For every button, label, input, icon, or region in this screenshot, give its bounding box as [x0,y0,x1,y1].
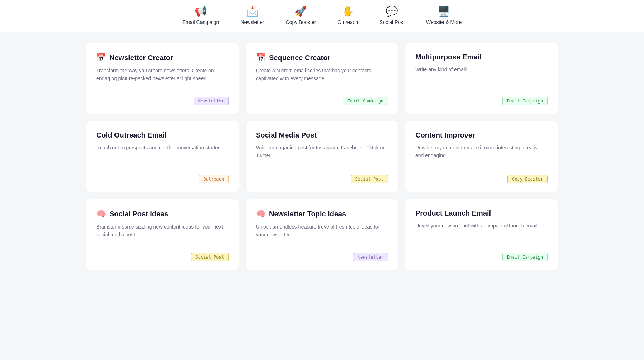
card-content-improver[interactable]: Content Improver Rewrite any content to … [405,121,558,192]
card-icon-social-post-ideas: 🧠 [96,209,106,219]
copy-booster-icon: 🚀 [294,6,307,16]
card-badge-content-improver: Copy Booster [507,175,548,183]
card-multipurpose-email[interactable]: Multipurpose Email Write any kind of ema… [405,43,558,114]
card-newsletter-creator[interactable]: 📅 Newsletter Creator Transform the way y… [86,43,239,114]
newsletter-icon: 📩 [246,6,259,16]
nav-item-website-more[interactable]: 🖥️ Website & More [426,6,462,25]
nav-label-newsletter: Newsletter [240,19,264,25]
card-title-social-media-post: Social Media Post [256,131,388,139]
card-header-newsletter-topic-ideas: 🧠 Newsletter Topic Ideas [256,209,388,219]
main-content: 📅 Newsletter Creator Transform the way y… [72,32,572,281]
card-badge-multipurpose-email: Email Campaign [502,97,548,105]
email-campaign-icon: 📢 [195,6,207,16]
nav-bar: 📢 Email Campaign 📩 Newsletter 🚀 Copy Boo… [0,0,644,32]
card-title-newsletter-creator: Newsletter Creator [109,54,173,62]
card-badge-product-launch-email: Email Campaign [502,253,548,261]
card-footer-social-post-ideas: Social Post [96,253,229,261]
card-icon-sequence-creator: 📅 [256,53,265,62]
card-badge-sequence-creator: Email Campaign [343,97,388,105]
card-footer-product-launch-email: Email Campaign [415,253,548,261]
card-sequence-creator[interactable]: 📅 Sequence Creator Create a custom email… [245,43,399,114]
card-title-multipurpose-email: Multipurpose Email [415,53,548,61]
card-description-multipurpose-email: Write any kind of email! [415,66,548,73]
card-header-social-post-ideas: 🧠 Social Post Ideas [96,209,229,219]
nav-item-email-campaign[interactable]: 📢 Email Campaign [182,6,219,25]
card-description-social-media-post: Write an engaging post for Instagram, Fa… [256,144,388,160]
nav-label-outreach: Outreach [337,19,358,25]
card-badge-social-media-post: Social Post [351,175,388,183]
card-social-post-ideas[interactable]: 🧠 Social Post Ideas Brainstorm some sizz… [86,199,239,270]
nav-label-social-post: Social Post [380,19,405,25]
card-description-newsletter-creator: Transform the way you create newsletters… [96,67,229,83]
card-icon-newsletter-creator: 📅 [96,53,106,62]
nav-item-newsletter[interactable]: 📩 Newsletter [240,6,264,25]
nav-item-social-post[interactable]: 💬 Social Post [380,6,405,25]
card-badge-newsletter-topic-ideas: Newsletter [353,253,388,261]
card-title-newsletter-topic-ideas: Newsletter Topic Ideas [269,210,346,218]
nav-label-email-campaign: Email Campaign [182,19,219,25]
card-body-cold-outreach-email: Cold Outreach Email Reach out to prospec… [96,131,229,152]
card-badge-newsletter-creator: Newsletter [194,97,229,105]
nav-label-website-more: Website & More [426,19,462,25]
card-title-sequence-creator: Sequence Creator [269,54,330,62]
card-title-product-launch-email: Product Launch Email [415,209,548,217]
card-footer-multipurpose-email: Email Campaign [415,97,548,105]
card-description-newsletter-topic-ideas: Unlock an endless treasure trove of fres… [256,223,388,239]
card-body-social-post-ideas: 🧠 Social Post Ideas Brainstorm some sizz… [96,209,229,239]
website-more-icon: 🖥️ [438,6,450,16]
card-body-newsletter-topic-ideas: 🧠 Newsletter Topic Ideas Unlock an endle… [256,209,388,239]
card-footer-cold-outreach-email: Outreach [96,175,229,183]
social-post-icon: 💬 [386,6,398,16]
card-description-content-improver: Rewrite any content to make it more inte… [415,144,548,160]
cards-grid: 📅 Newsletter Creator Transform the way y… [86,43,558,270]
card-newsletter-topic-ideas[interactable]: 🧠 Newsletter Topic Ideas Unlock an endle… [245,199,399,270]
card-cold-outreach-email[interactable]: Cold Outreach Email Reach out to prospec… [86,121,239,192]
card-title-content-improver: Content Improver [415,131,548,139]
card-body-sequence-creator: 📅 Sequence Creator Create a custom email… [256,53,388,83]
card-description-sequence-creator: Create a custom email series that has yo… [256,67,388,83]
nav-label-copy-booster: Copy Booster [286,19,316,25]
card-footer-newsletter-creator: Newsletter [96,97,229,105]
card-social-media-post[interactable]: Social Media Post Write an engaging post… [245,121,399,192]
card-icon-newsletter-topic-ideas: 🧠 [256,209,265,219]
card-footer-social-media-post: Social Post [256,175,388,183]
card-footer-content-improver: Copy Booster [415,175,548,183]
card-body-product-launch-email: Product Launch Email Unveil your new pro… [415,209,548,230]
card-description-social-post-ideas: Brainstorm some sizzling new content ide… [96,223,229,239]
card-body-social-media-post: Social Media Post Write an engaging post… [256,131,388,160]
nav-item-copy-booster[interactable]: 🚀 Copy Booster [286,6,316,25]
card-body-multipurpose-email: Multipurpose Email Write any kind of ema… [415,53,548,73]
card-title-social-post-ideas: Social Post Ideas [109,210,169,218]
card-badge-social-post-ideas: Social Post [191,253,229,261]
card-description-cold-outreach-email: Reach out to prospects and get the conve… [96,144,229,152]
card-footer-newsletter-topic-ideas: Newsletter [256,253,388,261]
card-header-newsletter-creator: 📅 Newsletter Creator [96,53,229,62]
card-product-launch-email[interactable]: Product Launch Email Unveil your new pro… [405,199,558,270]
card-description-product-launch-email: Unveil your new product with an impactfu… [415,222,548,230]
card-body-content-improver: Content Improver Rewrite any content to … [415,131,548,160]
outreach-icon: ✋ [342,6,354,16]
card-body-newsletter-creator: 📅 Newsletter Creator Transform the way y… [96,53,229,83]
card-title-cold-outreach-email: Cold Outreach Email [96,131,229,139]
card-footer-sequence-creator: Email Campaign [256,97,388,105]
card-header-sequence-creator: 📅 Sequence Creator [256,53,388,62]
nav-item-outreach[interactable]: ✋ Outreach [337,6,358,25]
card-badge-cold-outreach-email: Outreach [199,175,229,183]
